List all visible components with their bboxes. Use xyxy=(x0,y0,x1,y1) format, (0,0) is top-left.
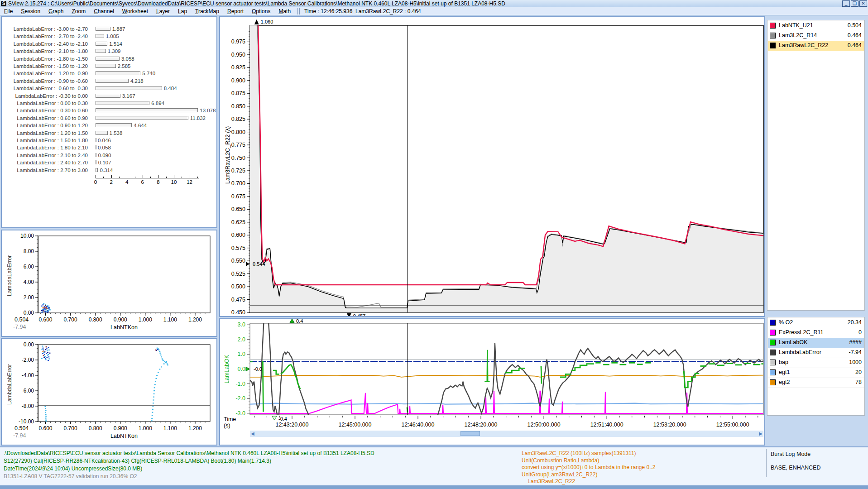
histogram-row: LambdaLabError : -2.40 to -2.101.514 xyxy=(2,41,215,48)
axis-tick xyxy=(119,177,120,178)
axis-tick xyxy=(190,175,190,178)
status-bar: .\DownloadedData\RICESP\ECU sensor actua… xyxy=(0,446,868,486)
scatter1-cursor-y: -7.94 xyxy=(13,324,26,330)
channel-name: bap xyxy=(779,359,788,365)
menu-item-graph[interactable]: Graph xyxy=(44,8,67,14)
menu-item-trackmap[interactable]: TrackMap xyxy=(191,8,223,14)
scroll-right-icon[interactable]: ▶ xyxy=(759,431,762,437)
minimize-button[interactable]: _ xyxy=(842,0,850,7)
legend-row-expressl2c-r11[interactable]: ExPressL2C_R110 xyxy=(768,328,864,338)
channel-info-line: UnitGroup(Lam3RawL2C_R22) xyxy=(522,471,597,478)
legend-row-lam3l2c-r14[interactable]: Lam3L2C_R140.464 xyxy=(768,31,864,41)
svg-text:0.725: 0.725 xyxy=(231,168,245,174)
legend-row-labntk-u21[interactable]: LabNTK_U210.504 xyxy=(768,21,864,31)
main-chart-panel[interactable]: 0.9750.9500.9250.9000.8750.8500.8250.800… xyxy=(219,16,765,317)
histogram-bar xyxy=(96,49,106,53)
histogram-panel[interactable]: LambdaLabError : -3.00 to -2.701.887Lamb… xyxy=(1,16,217,228)
lower-chart-plot[interactable]: 3.02.01.00.0-1.0-2.0-3.00.4-0.0-0.412:43… xyxy=(220,319,764,445)
legend-row-egt1[interactable]: egt120 xyxy=(768,368,864,378)
axis-tick xyxy=(96,175,96,178)
menu-item-file[interactable]: File xyxy=(0,8,17,14)
svg-text:0.575: 0.575 xyxy=(231,245,245,251)
histogram-bin-label: LambdaLabError : -0.60 to -0.30 xyxy=(2,86,88,91)
axis-tick xyxy=(127,175,127,178)
menu-item-session[interactable]: Session xyxy=(17,8,44,14)
histogram-bin-label: LambdaLabError : -2.10 to -1.80 xyxy=(2,48,88,54)
menu-item-zoom[interactable]: Zoom xyxy=(67,8,90,14)
sview-window: S SView 2.15.274 : C:\Users\Public\Docum… xyxy=(0,0,868,489)
scrollbar-thumb[interactable] xyxy=(460,431,480,436)
svg-text:1.060: 1.060 xyxy=(261,19,273,24)
scatter-panel-bottom[interactable]: 0.00-2.00-4.00-6.00-8.00-10.000.6000.700… xyxy=(1,338,217,446)
channel-value: -7.94 xyxy=(849,349,862,355)
svg-text:12:45:00.000: 12:45:00.000 xyxy=(339,422,372,428)
restore-button[interactable]: ❏ xyxy=(851,0,858,7)
menu-item-math[interactable]: Math xyxy=(274,8,295,14)
histogram-row: LambdaLabError : -0.60 to -0.308.484 xyxy=(2,85,215,92)
channel-color-swatch xyxy=(770,340,776,345)
histogram-bar xyxy=(96,145,96,149)
channel-info-line: Unit(Combustion Ratio,Lambda) xyxy=(522,457,599,464)
legend-row-egt2[interactable]: egt278 xyxy=(768,378,864,388)
histogram-bar xyxy=(96,27,110,31)
channel-name: egt2 xyxy=(779,379,790,385)
menu-divider xyxy=(297,8,300,14)
axis-tick-label: 2 xyxy=(110,179,112,185)
menu-item-options[interactable]: Options xyxy=(248,8,274,14)
scatter2-plot[interactable]: 0.00-2.00-4.00-6.00-8.00-10.000.6000.700… xyxy=(2,339,216,445)
legend-row--o2[interactable]: % O220.34 xyxy=(768,318,864,328)
histogram-bar xyxy=(96,42,107,46)
scatter-panel-top[interactable]: 10.008.006.004.002.000.000.6000.7000.800… xyxy=(1,230,217,337)
title-bar[interactable]: S SView 2.15.274 : C:\Users\Public\Docum… xyxy=(0,0,868,8)
svg-text:-8.00: -8.00 xyxy=(22,403,34,409)
menu-item-lap[interactable]: Lap xyxy=(174,8,191,14)
svg-text:0.700: 0.700 xyxy=(64,425,77,431)
svg-text:-0.0: -0.0 xyxy=(254,366,262,372)
channel-info-line: convert using y=(x/1000)+0 to Lambda in … xyxy=(522,464,656,470)
histogram-value: 3.167 xyxy=(122,93,135,99)
histogram-row: LambdaLabError : 2.70 to 3.000.314 xyxy=(2,167,215,174)
svg-text:1.000: 1.000 xyxy=(139,316,152,323)
channel-value: 0.464 xyxy=(848,42,862,48)
channel-legend-bottom: % O220.34ExPressL2C_R110LamLabOK####Lamb… xyxy=(767,317,865,416)
channel-name: egt1 xyxy=(779,369,790,375)
histogram-row: LambdaLabError : -2.10 to -1.801.309 xyxy=(2,48,215,55)
histogram-value: 4.218 xyxy=(130,78,144,84)
svg-text:1.100: 1.100 xyxy=(163,425,177,431)
histogram-bar xyxy=(96,123,132,127)
histogram-bar xyxy=(96,86,162,90)
lower-chart-panel[interactable]: 3.02.01.00.0-1.0-2.0-3.00.4-0.0-0.412:43… xyxy=(219,318,765,446)
scatter1-plot[interactable]: 10.008.006.004.002.000.000.6000.7000.800… xyxy=(2,230,216,336)
svg-text:0.825: 0.825 xyxy=(231,116,245,122)
legend-row-lamlabok[interactable]: LamLabOK#### xyxy=(768,338,864,348)
menu-item-worksheet[interactable]: Worksheet xyxy=(118,8,152,14)
histogram-bin-label: LambdaLabError : 1.20 to 1.50 xyxy=(2,130,88,136)
svg-text:0.875: 0.875 xyxy=(231,90,245,96)
svg-text:12:43:20.000: 12:43:20.000 xyxy=(275,422,308,428)
axis-tick xyxy=(197,177,198,178)
close-button[interactable]: ✕ xyxy=(859,0,867,7)
scroll-left-icon[interactable]: ◀ xyxy=(251,431,254,437)
histogram-value: 0.314 xyxy=(100,168,113,173)
histogram-bin-label: LambdaLabError : -0.30 to 0.00 xyxy=(2,93,88,99)
histogram-row: LambdaLabError : 0.00 to 0.306.894 xyxy=(2,100,215,107)
channel-color-swatch xyxy=(770,43,776,48)
histogram-value: 0.058 xyxy=(98,145,111,150)
menu-item-report[interactable]: Report xyxy=(223,8,248,14)
channel-color-swatch xyxy=(770,360,776,365)
legend-row-bap[interactable]: bap1000 xyxy=(768,358,864,368)
menu-item-layer[interactable]: Layer xyxy=(152,8,174,14)
legend-row-lam3rawl2c-r22[interactable]: Lam3RawL2C_R220.464 xyxy=(768,41,864,51)
histogram-row: LambdaLabError : -0.90 to -0.604.218 xyxy=(2,78,215,85)
svg-text:0.457: 0.457 xyxy=(353,313,366,316)
time-scrollbar[interactable]: ◀▶ xyxy=(250,431,763,437)
svg-text:1.200: 1.200 xyxy=(188,316,202,323)
histogram-bar xyxy=(96,94,120,98)
svg-text:3.0: 3.0 xyxy=(238,321,245,328)
channel-color-swatch xyxy=(770,379,776,385)
main-chart-plot[interactable]: 0.9750.9500.9250.9000.8750.8500.8250.800… xyxy=(220,17,764,316)
channel-name: LamLabOK xyxy=(779,339,807,345)
menu-item-channel[interactable]: Channel xyxy=(90,8,118,14)
legend-row-lambdalaberror[interactable]: LambdaLabError-7.94 xyxy=(768,348,864,358)
channel-value: 20 xyxy=(855,369,862,375)
